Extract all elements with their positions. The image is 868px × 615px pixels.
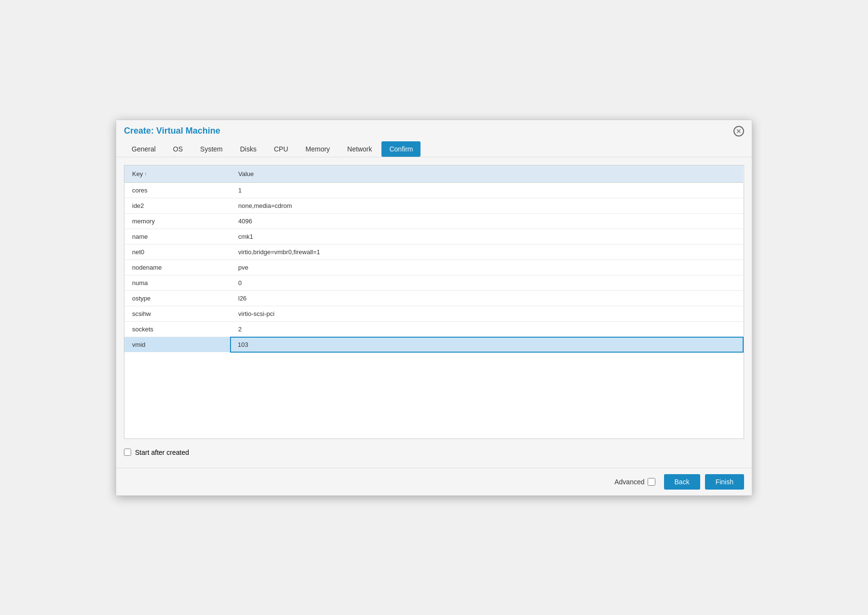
table-cell-key: vmid	[124, 337, 231, 353]
tab-memory[interactable]: Memory	[298, 141, 338, 157]
tab-cpu[interactable]: CPU	[266, 141, 296, 157]
tab-system[interactable]: System	[192, 141, 231, 157]
table-row[interactable]: ostypel26	[124, 290, 743, 306]
start-after-created-checkbox[interactable]	[124, 449, 131, 456]
table-row[interactable]: ide2none,media=cdrom	[124, 198, 743, 213]
tab-os[interactable]: OS	[165, 141, 190, 157]
table-cell-value: 2	[231, 321, 743, 337]
table-cell-value: 103	[231, 337, 743, 353]
table-row[interactable]: numa0	[124, 275, 743, 290]
table-cell-value: 4096	[231, 213, 743, 229]
table-cell-key: net0	[124, 244, 231, 260]
create-vm-dialog: Create: Virtual Machine ✕ GeneralOSSyste…	[116, 120, 752, 496]
config-table-body: cores1ide2none,media=cdrommemory4096name…	[124, 182, 743, 352]
table-cell-value: virtio,bridge=vmbr0,firewall=1	[231, 244, 743, 260]
finish-button[interactable]: Finish	[705, 474, 744, 490]
table-row[interactable]: vmid103	[124, 337, 743, 353]
table-cell-key: name	[124, 229, 231, 244]
advanced-label: Advanced	[614, 478, 644, 486]
table-row[interactable]: namecmk1	[124, 229, 743, 244]
dialog-footer: Advanced Back Finish	[116, 468, 752, 495]
tab-confirm[interactable]: Confirm	[381, 141, 420, 157]
table-cell-value: pve	[231, 260, 743, 275]
dialog-body: Key ↑ Value cores1ide2none,media=cdromme…	[116, 157, 752, 468]
table-cell-key: scsihw	[124, 306, 231, 321]
start-after-created-label: Start after created	[135, 449, 189, 456]
table-cell-value: none,media=cdrom	[231, 198, 743, 213]
tab-network[interactable]: Network	[339, 141, 380, 157]
close-button[interactable]: ✕	[733, 126, 744, 137]
tab-bar: GeneralOSSystemDisksCPUMemoryNetworkConf…	[116, 137, 752, 157]
config-table: Key ↑ Value cores1ide2none,media=cdromme…	[124, 165, 744, 353]
key-column-header[interactable]: Key ↑	[124, 165, 231, 183]
tab-disks[interactable]: Disks	[232, 141, 264, 157]
table-cell-key: nodename	[124, 260, 231, 275]
value-column-header: Value	[231, 165, 743, 183]
table-cell-value: 1	[231, 182, 743, 198]
table-row[interactable]: sockets2	[124, 321, 743, 337]
table-cell-key: memory	[124, 213, 231, 229]
table-cell-value: cmk1	[231, 229, 743, 244]
start-after-created-area: Start after created	[124, 445, 744, 460]
table-cell-key: numa	[124, 275, 231, 290]
advanced-checkbox[interactable]	[648, 478, 655, 486]
table-cell-key: sockets	[124, 321, 231, 337]
dialog-header: Create: Virtual Machine ✕	[116, 120, 752, 137]
dialog-title: Create: Virtual Machine	[124, 126, 220, 136]
table-row[interactable]: memory4096	[124, 213, 743, 229]
back-button[interactable]: Back	[664, 474, 700, 490]
advanced-area: Advanced	[614, 478, 655, 486]
sort-icon: ↑	[144, 171, 147, 177]
table-row[interactable]: net0virtio,bridge=vmbr0,firewall=1	[124, 244, 743, 260]
config-table-container: Key ↑ Value cores1ide2none,media=cdromme…	[124, 165, 744, 439]
table-cell-key: ide2	[124, 198, 231, 213]
table-cell-key: ostype	[124, 290, 231, 306]
table-row[interactable]: scsihwvirtio-scsi-pci	[124, 306, 743, 321]
table-row[interactable]: cores1	[124, 182, 743, 198]
table-row[interactable]: nodenamepve	[124, 260, 743, 275]
table-cell-value: 0	[231, 275, 743, 290]
table-cell-value: l26	[231, 290, 743, 306]
tab-general[interactable]: General	[124, 141, 163, 157]
table-cell-value: virtio-scsi-pci	[231, 306, 743, 321]
table-cell-key: cores	[124, 182, 231, 198]
